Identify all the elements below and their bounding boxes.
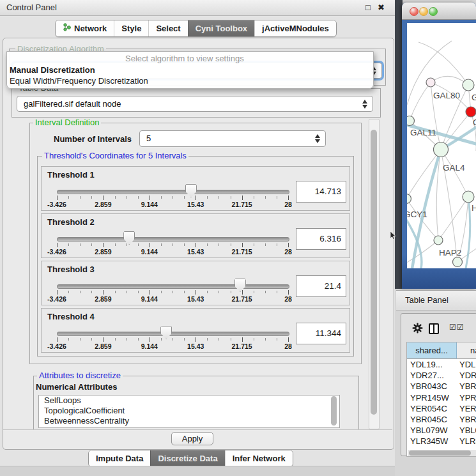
- network-edge[interactable]: [407, 150, 441, 199]
- threshold-value-field[interactable]: 11.344: [296, 323, 346, 344]
- slider-tick: [115, 243, 116, 246]
- number-of-intervals-value: 5: [146, 134, 151, 143]
- table-row[interactable]: YER054CYER0: [407, 403, 476, 415]
- slider-tick: [196, 337, 196, 342]
- hap2-node[interactable]: [434, 236, 443, 245]
- slider-tick: [115, 196, 116, 199]
- slider-tick-label: 28: [284, 201, 292, 208]
- table-row[interactable]: YBR045CYBR0: [407, 414, 476, 426]
- slider-tick: [184, 338, 185, 341]
- attribute-list-item[interactable]: TopologicalCoefficient: [39, 406, 339, 416]
- slider-tick: [277, 291, 277, 293]
- number-of-intervals-combobox[interactable]: 5: [139, 130, 326, 147]
- slider-tick: [115, 338, 116, 341]
- slider-tick: [231, 243, 231, 246]
- gal11-node[interactable]: [407, 116, 415, 126]
- slider-tick: [127, 243, 127, 246]
- slider-tick: [138, 338, 139, 341]
- float-panel-icon[interactable]: □: [365, 3, 371, 12]
- tab-impute-data[interactable]: Impute Data: [89, 450, 150, 466]
- gear-icon[interactable]: [412, 323, 423, 335]
- slider-tick: [265, 338, 266, 341]
- attribute-list-item[interactable]: BetweennessCentrality: [39, 416, 339, 426]
- gal4-node[interactable]: [434, 142, 449, 157]
- slider-tick: [277, 338, 277, 341]
- threshold-box: Threshold 4-3.4262.8599.14415.4321.71528…: [41, 308, 350, 353]
- bottom-node[interactable]: [453, 257, 463, 267]
- tab-discretize-data[interactable]: Discretize Data: [150, 450, 224, 466]
- attribute-list-item[interactable]: SelfLoops: [39, 395, 339, 406]
- gal80-node[interactable]: [426, 78, 435, 87]
- network-window-titlebar[interactable]: [402, 3, 476, 20]
- bottom-tabs: Impute Data Discretize Data Infer Networ…: [88, 450, 293, 467]
- table-hscrollbar[interactable]: [408, 450, 476, 456]
- table-data-combobox[interactable]: galFiltered.sif default node: [17, 96, 373, 112]
- tab-cyni-toolbox[interactable]: Cyni Toolbox: [188, 20, 254, 36]
- apply-button[interactable]: Apply: [171, 432, 213, 445]
- table-row[interactable]: YDR27...YDR2: [407, 370, 476, 381]
- slider-tick-label: -3.426: [47, 248, 66, 256]
- table-row[interactable]: YDL19...YDL1: [407, 359, 476, 371]
- top-right-node[interactable]: [463, 79, 474, 91]
- right-mid-node[interactable]: [463, 191, 474, 203]
- attributes-list-scrollbar-thumb[interactable]: [331, 396, 337, 426]
- network-icon: [63, 22, 71, 35]
- slider-tick: [184, 196, 185, 199]
- tab-infer-network[interactable]: Infer Network: [225, 450, 293, 466]
- tab-jactivemnodules[interactable]: jActiveMNodules: [254, 20, 336, 36]
- red-node[interactable]: [466, 107, 476, 117]
- mouse-cursor: [390, 231, 396, 242]
- slider-tick: [254, 338, 254, 341]
- table-data-value: galFiltered.sif default node: [24, 99, 121, 109]
- thresholds-list: Threshold 1-3.4262.8599.14415.4321.71528…: [41, 166, 350, 353]
- close-panel-icon[interactable]: ✖: [378, 3, 385, 12]
- table-row[interactable]: YPR145WYPR1: [407, 392, 476, 404]
- gcy1-node[interactable]: [407, 194, 411, 204]
- slider-tick: [150, 337, 150, 342]
- minimize-light[interactable]: [419, 7, 428, 16]
- tab-select[interactable]: Select: [148, 20, 187, 36]
- threshold-value-field[interactable]: 21.4: [296, 275, 346, 297]
- combo-stepper-icon: [315, 134, 321, 143]
- table-row[interactable]: YBR043CYBR0: [407, 381, 476, 392]
- slider-tick-label: -3.426: [47, 201, 66, 208]
- slider-tick-label: -3.426: [47, 342, 66, 350]
- slider-tick: [150, 196, 150, 200]
- slider-handle[interactable]: [234, 279, 246, 292]
- slider-handle[interactable]: [123, 231, 135, 245]
- settings-scrollbar-thumb[interactable]: [371, 130, 377, 415]
- threshold-value-field[interactable]: 14.713: [296, 181, 346, 203]
- columns-icon[interactable]: [429, 323, 439, 334]
- slider-tick: [288, 337, 289, 342]
- tab-style[interactable]: Style: [114, 20, 148, 36]
- slider-tick: [242, 243, 243, 247]
- slider-handle[interactable]: [160, 326, 172, 339]
- table-row[interactable]: YBL079WYBL0: [407, 425, 476, 436]
- close-light[interactable]: [410, 7, 418, 16]
- slider-tick: [91, 243, 92, 246]
- network-edge[interactable]: [466, 197, 470, 268]
- slider-tick-label: 9.144: [141, 295, 158, 303]
- slider-tick: [138, 291, 139, 293]
- slider-tick-label: 9.144: [141, 342, 158, 350]
- numerical-attributes-list[interactable]: SelfLoopsTopologicalCoefficientBetweenne…: [38, 395, 340, 428]
- table-rows: YDL19...YDL1YDR27...YDR2YBR043CYBR0YPR14…: [407, 359, 476, 456]
- slider-tick: [68, 291, 69, 293]
- slider-tick-label: 28: [284, 248, 292, 256]
- table-row[interactable]: YLR345WYLR3: [407, 436, 476, 447]
- settings-scrollbar[interactable]: [369, 119, 380, 429]
- column-header-shared-name[interactable]: shared...: [407, 342, 457, 359]
- slider-tick-label: 21.715: [232, 201, 252, 208]
- dropdown-placeholder-item[interactable]: Select algorithm to view settings: [7, 53, 476, 64]
- zoom-light[interactable]: [429, 7, 438, 16]
- network-window[interactable]: GAL80G.CGAL11GAL4GCY1HHAP2: [402, 3, 476, 289]
- table-hscrollbar-thumb[interactable]: [409, 450, 471, 456]
- tab-network[interactable]: Network: [56, 20, 114, 36]
- slider-tick-label: 21.715: [232, 295, 252, 303]
- dropdown-item-manual-discretization[interactable]: Manual Discretization: [7, 65, 376, 75]
- column-header-name[interactable]: na: [457, 342, 476, 359]
- threshold-value-field[interactable]: 6.316: [296, 228, 346, 250]
- slider-tick: [150, 290, 150, 295]
- checkboxes-icon[interactable]: ☑☑: [449, 323, 464, 332]
- dropdown-item-equal-width-frequency[interactable]: Equal Width/Frequency Discretization: [7, 75, 376, 86]
